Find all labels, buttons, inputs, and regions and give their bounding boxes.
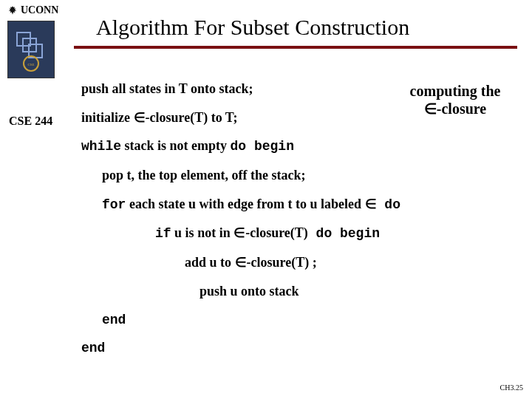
text: u is not in — [171, 225, 234, 240]
keyword-do-begin: do begin — [308, 226, 380, 241]
keyword-while: while — [81, 139, 121, 154]
slide-footer: CH3.25 — [500, 383, 523, 392]
course-code: CSE 244 — [9, 115, 52, 128]
alg-line-1: push all states in T onto stack; — [81, 81, 517, 97]
alg-line-5: for each state u with edge from t to u l… — [102, 197, 517, 213]
text: ∈-closure(T) — [233, 225, 308, 240]
org-name: UCONN — [21, 4, 58, 16]
alg-line-7: add u to ∈-closure(T) ; — [185, 255, 517, 270]
oakleaf-icon — [7, 5, 18, 16]
keyword-for: for — [102, 197, 126, 212]
slide: UCONN CSE CSE 244 Algorithm For Subset C… — [0, 0, 532, 399]
text: stack is not empty — [121, 138, 231, 153]
alg-line-2: initialize ∈-closure(T) to T; — [81, 110, 517, 126]
alg-line-3: while stack is not empty do begin — [81, 138, 517, 154]
text: each state u with edge from t to u label… — [126, 197, 364, 211]
keyword-do: do — [377, 197, 400, 212]
keyword-if: if — [155, 226, 171, 241]
alg-line-10: end — [81, 341, 517, 356]
logo-block: UCONN CSE — [7, 4, 66, 78]
text: initialize — [81, 110, 134, 125]
alg-line-6: if u is not in ∈-closure(T) do begin — [155, 225, 517, 242]
page-title: Algorithm For Subset Construction — [96, 15, 409, 40]
uconn-banner: UCONN — [7, 4, 66, 16]
alg-line-4: pop t, the top element, off the stack; — [102, 168, 517, 183]
epsilon: ∈ — [365, 197, 377, 211]
title-rule — [74, 46, 517, 49]
svg-text:CSE: CSE — [27, 63, 34, 66]
text: ∈-closure(T) ; — [235, 255, 317, 270]
text: ∈-closure(T) to T; — [134, 110, 238, 125]
keyword-do-begin: do begin — [231, 139, 294, 154]
algorithm-body: push all states in T onto stack; initial… — [81, 81, 517, 369]
alg-line-9: end — [102, 313, 517, 328]
dept-emblem: CSE — [7, 21, 55, 78]
alg-line-8: push u onto stack — [200, 284, 517, 299]
text: add u to — [185, 255, 235, 270]
shapes-icon: CSE — [13, 27, 50, 72]
